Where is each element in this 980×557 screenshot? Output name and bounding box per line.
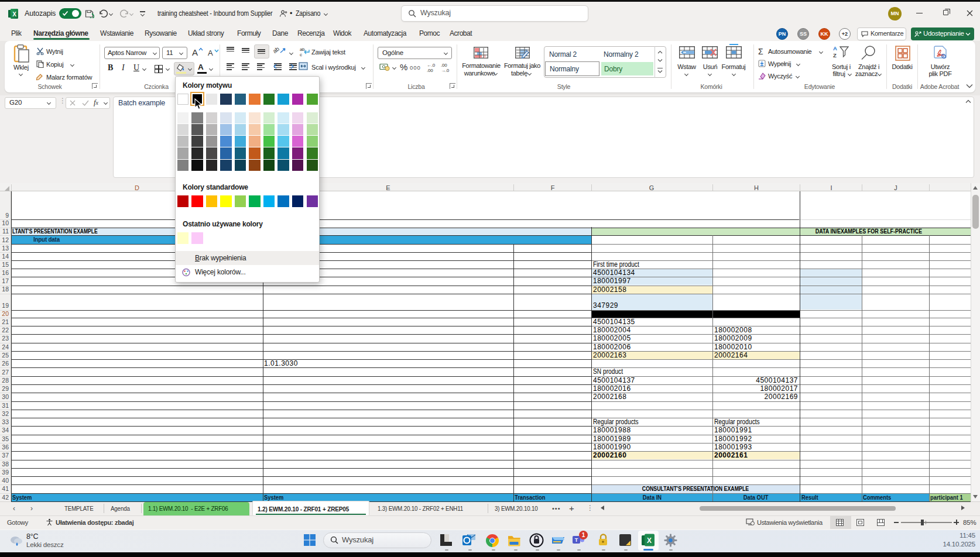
svg-text:X: X <box>12 11 16 18</box>
svg-text:X: X <box>647 537 652 545</box>
svg-text:T: T <box>575 537 578 543</box>
